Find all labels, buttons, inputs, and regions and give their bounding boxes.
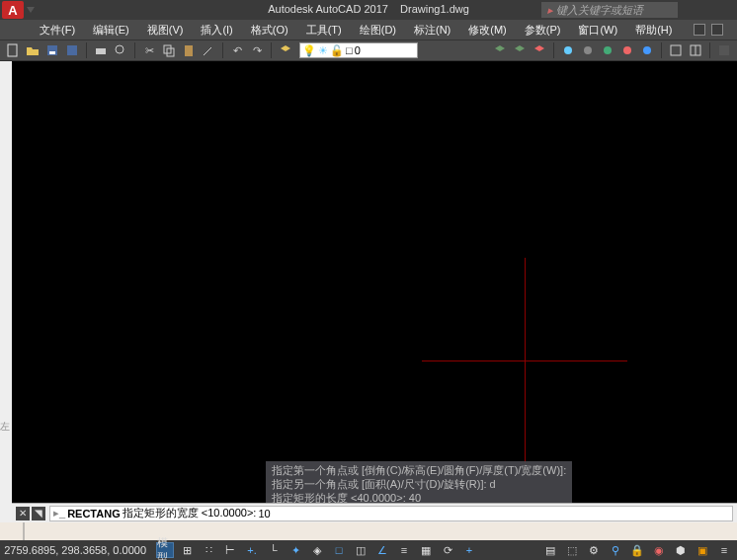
match-icon[interactable] <box>200 41 217 59</box>
menu-tools[interactable]: 工具(T) <box>298 22 350 39</box>
layer-lock2-icon[interactable] <box>599 41 616 59</box>
saveas-icon[interactable] <box>63 41 81 59</box>
paste-icon[interactable] <box>180 41 198 59</box>
svg-point-11 <box>604 46 612 54</box>
iso-icon[interactable]: ◈ <box>308 542 326 558</box>
custom-icon[interactable]: ≡ <box>715 542 733 558</box>
layer-iso-icon[interactable] <box>531 41 548 59</box>
svg-rect-0 <box>8 44 17 56</box>
window-title: Autodesk AutoCAD 2017 Drawing1.dwg <box>268 3 469 15</box>
drawing-area[interactable]: Y X 指定第一个角点或 [倒角(C)/标高(E)/圆角(F)/厚度(T)/宽度… <box>12 61 737 522</box>
cmd-input[interactable] <box>258 508 297 520</box>
preview-icon[interactable] <box>112 41 129 59</box>
layer-prev-icon[interactable] <box>491 41 509 59</box>
command-line[interactable]: ✕ ◥ ▸_ RECTANG 指定矩形的宽度 <10.0000>: <box>12 503 737 522</box>
layer-manager-icon[interactable] <box>277 41 294 59</box>
quickprop-icon[interactable]: ▤ <box>541 542 559 558</box>
left-dock-strip[interactable] <box>0 61 12 522</box>
svg-point-10 <box>584 46 592 54</box>
otrack-icon[interactable]: ∠ <box>373 542 391 558</box>
panel-toggle[interactable] <box>711 24 723 36</box>
file-name: Drawing1.dwg <box>400 3 469 15</box>
search-arrow-icon: ▸ <box>547 4 553 16</box>
bulb-icon: 💡 <box>302 44 316 57</box>
polar-icon[interactable]: ✦ <box>287 542 304 558</box>
svg-rect-3 <box>67 45 77 55</box>
menu-draw[interactable]: 绘图(D) <box>352 22 404 39</box>
cycle-icon[interactable]: ⟳ <box>439 542 456 558</box>
units-icon[interactable]: ⬚ <box>563 542 581 558</box>
svg-rect-14 <box>671 45 681 55</box>
panel-toggle[interactable] <box>694 24 705 36</box>
cleanscreen-icon[interactable]: ▣ <box>694 542 711 558</box>
app-name: Autodesk AutoCAD 2017 <box>268 3 388 15</box>
plot-icon[interactable] <box>92 41 110 59</box>
layer-off-icon[interactable] <box>579 41 597 59</box>
3dosnap-icon[interactable]: ◫ <box>352 542 369 558</box>
transparency-icon[interactable]: ▦ <box>417 542 435 558</box>
menu-help[interactable]: 帮助(H) <box>627 22 680 39</box>
layer-name: 0 <box>355 44 361 56</box>
cmd-expand-icon[interactable]: ◥ <box>32 507 45 520</box>
menu-dim[interactable]: 标注(N) <box>406 22 458 39</box>
osnap-icon[interactable]: □ <box>330 542 348 558</box>
svg-point-12 <box>623 46 631 54</box>
qat-btn[interactable] <box>44 5 54 15</box>
cmd-history-line: 指定第一个角点或 [倒角(C)/标高(E)/圆角(F)/厚度(T)/宽度(W)]… <box>272 463 566 477</box>
svg-rect-8 <box>185 45 193 56</box>
app-menu-dropdown-icon[interactable] <box>27 7 35 13</box>
svg-point-13 <box>643 46 651 54</box>
print-mark-icon: □ <box>346 44 353 56</box>
annoscale-icon[interactable]: ⚲ <box>607 542 624 558</box>
status-coords[interactable]: 2759.6895, 298.3658, 0.0000 <box>4 544 152 556</box>
workspace-icon[interactable]: ⚙ <box>585 542 603 558</box>
layer-state-icon[interactable] <box>511 41 529 59</box>
menu-window[interactable]: 窗口(W) <box>570 22 625 39</box>
copy-icon[interactable] <box>160 41 178 59</box>
menu-edit[interactable]: 编辑(E) <box>85 22 137 39</box>
lwt-icon[interactable]: ≡ <box>395 542 413 558</box>
cmd-history-line: 指定另一个角点或 [面积(A)/尺寸(D)/旋转(R)]: d <box>272 477 566 491</box>
ortho-icon[interactable]: └ <box>265 542 283 558</box>
svg-rect-2 <box>49 51 55 54</box>
lock-ui-icon[interactable]: 🔒 <box>628 542 646 558</box>
cut-icon[interactable]: ✂ <box>140 41 158 59</box>
search-box[interactable]: ▸键入关键字或短语 <box>541 2 678 18</box>
properties-icon[interactable] <box>715 41 733 59</box>
grid-toggle-icon[interactable]: ⊞ <box>178 542 196 558</box>
layer-current-icon[interactable] <box>618 41 636 59</box>
search-placeholder: 键入关键字或短语 <box>556 4 643 16</box>
lock-icon: 🔓 <box>330 44 344 57</box>
layer-match2-icon[interactable] <box>638 41 656 59</box>
viewport-icon[interactable] <box>667 41 685 59</box>
cmd-close-icon[interactable]: ✕ <box>16 507 30 520</box>
infer-icon[interactable]: ⊢ <box>221 542 239 558</box>
menu-file[interactable]: 文件(F) <box>32 22 83 39</box>
menu-param[interactable]: 参数(P) <box>517 22 569 39</box>
sun-icon: ☀ <box>318 44 328 57</box>
dyninput-icon[interactable]: +. <box>243 542 261 558</box>
menu-modify[interactable]: 修改(M) <box>460 22 515 39</box>
snap-toggle-icon[interactable]: ∷ <box>200 542 217 558</box>
cmd-prompt-text: 指定矩形的宽度 <10.0000>: <box>123 506 257 520</box>
svg-rect-4 <box>96 48 106 54</box>
isolate-icon[interactable]: ◉ <box>650 542 668 558</box>
layer-combo[interactable]: 💡 ☀ 🔓 □ 0 <box>299 42 418 58</box>
new-icon[interactable] <box>4 41 22 59</box>
menu-format[interactable]: 格式(O) <box>243 22 296 39</box>
command-history: 指定第一个角点或 [倒角(C)/标高(E)/圆角(F)/厚度(T)/宽度(W)]… <box>266 461 572 507</box>
status-bar: 2759.6895, 298.3658, 0.0000 模型 ⊞ ∷ ⊢ +. … <box>0 540 737 560</box>
qat-btn[interactable] <box>62 5 72 15</box>
menu-view[interactable]: 视图(V) <box>139 22 192 39</box>
layer-freeze-icon[interactable] <box>559 41 577 59</box>
redo-icon[interactable]: ↷ <box>248 41 266 59</box>
undo-icon[interactable]: ↶ <box>228 41 246 59</box>
app-logo[interactable]: A <box>2 1 24 19</box>
hardware-icon[interactable]: ⬢ <box>672 542 690 558</box>
viewport2-icon[interactable] <box>687 41 704 59</box>
save-icon[interactable] <box>43 41 61 59</box>
menu-insert[interactable]: 插入(I) <box>193 22 240 39</box>
status-model-button[interactable]: 模型 <box>156 542 174 558</box>
annomonitor-icon[interactable]: + <box>460 542 478 558</box>
open-icon[interactable] <box>24 41 41 59</box>
